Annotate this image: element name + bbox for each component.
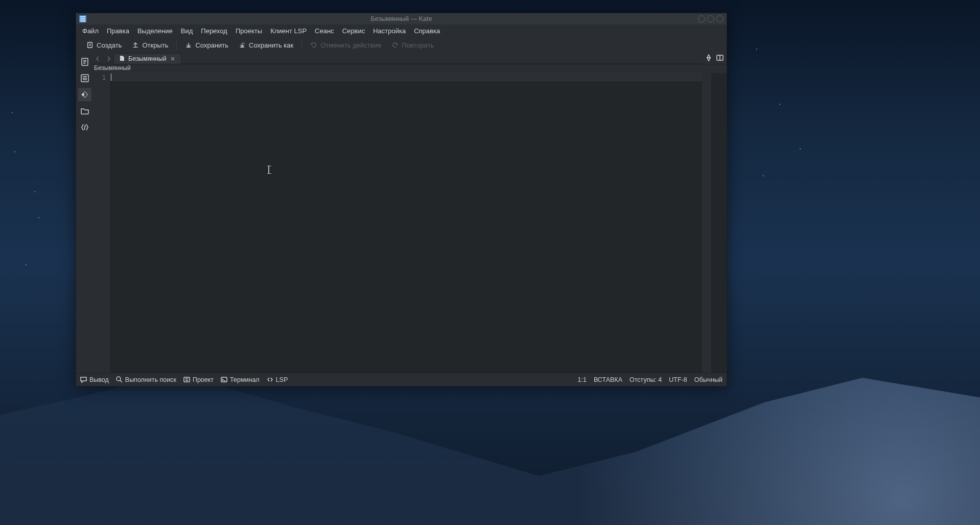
new-button[interactable]: Создать <box>81 39 127 51</box>
wallpaper-star <box>779 104 780 105</box>
save-icon <box>185 41 192 49</box>
wallpaper-star <box>14 151 15 152</box>
wallpaper-star <box>756 49 757 50</box>
save-as-label: Сохранить как <box>249 41 293 49</box>
save-button[interactable]: Сохранить <box>180 39 234 51</box>
menu-projects[interactable]: Проекты <box>231 26 266 36</box>
lsp-icon <box>267 376 273 383</box>
status-eol[interactable]: Обычный <box>694 376 722 383</box>
menu-edit[interactable]: Правка <box>103 26 133 36</box>
wallpaper-star <box>763 175 764 176</box>
menu-tools[interactable]: Сервис <box>338 26 369 36</box>
wallpaper-star <box>800 148 801 149</box>
svg-rect-21 <box>184 377 190 382</box>
svg-point-19 <box>116 377 121 381</box>
open-icon <box>132 41 139 49</box>
wallpaper-star <box>12 112 13 113</box>
bottom-panel-lsp[interactable]: LSP <box>267 376 288 383</box>
bottom-panel-output[interactable]: Вывод <box>80 376 109 383</box>
menu-help[interactable]: Справка <box>410 26 444 36</box>
tabbar: Безымянный <box>93 53 727 64</box>
bottom-panel-project[interactable]: Проект <box>183 376 214 383</box>
status-position[interactable]: 1:1 <box>578 376 587 383</box>
svg-line-16 <box>84 125 85 130</box>
tab-nav-back[interactable] <box>93 53 103 64</box>
sidebar-outline-button[interactable] <box>78 72 91 85</box>
open-label: Открыть <box>142 41 168 49</box>
terminal-label: Терминал <box>230 376 260 383</box>
undo-icon <box>310 41 317 49</box>
main-area: Безымянный Безымянный 1 <box>76 53 727 373</box>
menu-settings[interactable]: Настройка <box>369 26 410 36</box>
document-tab[interactable]: Безымянный <box>113 53 181 64</box>
status-encoding[interactable]: UTF-8 <box>669 376 687 383</box>
sidebar-filesystem-button[interactable] <box>78 104 91 118</box>
wallpaper-star <box>26 264 27 265</box>
text-area[interactable] <box>110 73 711 373</box>
undo-button[interactable]: Отменить действие <box>305 39 386 51</box>
wallpaper-star <box>38 217 39 218</box>
menu-go[interactable]: Переход <box>197 26 231 36</box>
tab-close-button[interactable] <box>170 56 176 62</box>
line-number: 1 <box>93 74 106 82</box>
app-window: Безымянный — Kate Файл Правка Выделение … <box>76 13 727 386</box>
redo-icon <box>391 41 399 49</box>
svg-point-12 <box>84 96 85 97</box>
new-document-icon <box>86 41 94 49</box>
menu-lsp-client[interactable]: Клиент LSP <box>266 26 311 36</box>
status-indent[interactable]: Отступы: 4 <box>629 376 662 383</box>
toolbar-separator <box>301 40 302 50</box>
lsp-label: LSP <box>276 376 288 383</box>
menu-session[interactable]: Сеанс <box>311 26 338 36</box>
project-icon <box>183 376 190 383</box>
menu-file[interactable]: Файл <box>78 26 103 36</box>
menu-view[interactable]: Вид <box>177 26 197 36</box>
tab-nav-forward[interactable] <box>103 53 113 64</box>
wallpaper-star <box>34 191 35 192</box>
chat-icon <box>80 376 87 383</box>
mouse-ibeam-cursor <box>268 166 269 174</box>
kate-app-icon <box>79 15 86 22</box>
project-label: Проект <box>193 376 214 383</box>
bottom-panel-terminal[interactable]: Терминал <box>221 376 260 383</box>
redo-label: Повторить <box>402 41 434 49</box>
redo-button[interactable]: Повторить <box>386 39 439 51</box>
statusbar: Вывод Выполнить поиск Проект Терминал LS… <box>76 373 727 386</box>
sidebar-documents-button[interactable] <box>78 55 91 69</box>
sidebar-symbols-button[interactable] <box>78 121 91 134</box>
titlebar[interactable]: Безымянный — Kate <box>76 13 727 25</box>
sidebar-git-button[interactable] <box>78 88 91 101</box>
save-as-button[interactable]: Сохранить как <box>234 39 298 51</box>
search-icon <box>116 376 123 383</box>
side-toolbar <box>76 53 93 373</box>
maximize-button[interactable] <box>707 15 714 22</box>
breadcrumb-path: Безымянный <box>94 64 131 72</box>
menu-selection[interactable]: Выделение <box>133 26 177 36</box>
terminal-icon <box>221 376 227 383</box>
minimize-button[interactable] <box>698 15 705 22</box>
new-label: Создать <box>97 41 122 49</box>
tabbar-filler <box>181 53 702 64</box>
bottom-panel-search[interactable]: Выполнить поиск <box>116 376 176 383</box>
toolbar-separator <box>176 40 177 50</box>
quick-open-button[interactable] <box>705 54 712 63</box>
split-view-button[interactable] <box>716 54 724 63</box>
svg-point-11 <box>84 93 85 94</box>
document-icon <box>119 55 125 63</box>
text-cursor <box>111 74 111 81</box>
menubar: Файл Правка Выделение Вид Переход Проект… <box>76 25 727 37</box>
save-as-icon <box>239 41 246 49</box>
line-number-gutter[interactable]: 1 <box>93 73 110 373</box>
toolbar: Создать Открыть Сохранить Сохранить как … <box>76 37 727 53</box>
search-label: Выполнить поиск <box>125 376 176 383</box>
svg-line-20 <box>120 380 122 382</box>
status-input-mode[interactable]: ВСТАВКА <box>594 376 622 383</box>
open-button[interactable]: Открыть <box>127 39 173 51</box>
current-line-highlight <box>110 73 702 81</box>
close-window-button[interactable] <box>716 15 724 22</box>
breadcrumb[interactable]: Безымянный <box>93 64 727 73</box>
svg-rect-0 <box>88 42 92 48</box>
editor-panel: Безымянный Безымянный 1 <box>93 53 727 373</box>
minimap[interactable] <box>711 73 727 373</box>
window-title: Безымянный — Kate <box>76 15 727 22</box>
